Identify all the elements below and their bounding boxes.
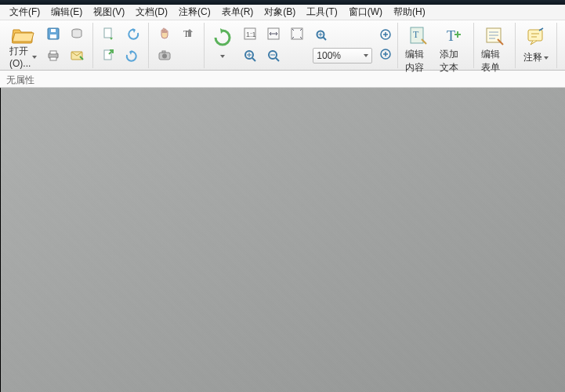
status-bar: 无属性 [0,71,565,88]
group-edit: T 编辑内容 T 添加文本 [398,23,474,68]
svg-text:T: T [413,29,419,40]
zoom-out-icon [266,49,281,65]
text-add-icon: T [440,25,465,47]
zoom-plus2-button[interactable] [377,47,394,64]
annotate-caret-icon [544,56,549,60]
export-icon [102,49,116,65]
hand-icon [158,27,172,43]
print-icon [46,49,60,65]
zoom-value: 100% [317,50,341,61]
form-edit-icon [482,25,507,47]
plus-circle-icon [379,28,392,43]
group-file: 打开(O)... [2,23,93,68]
mail-icon [70,49,84,65]
text-select-icon: T [181,27,195,43]
annotate-button[interactable]: 注释 [519,23,553,68]
group-annotate: 注释 [516,23,557,68]
svg-text:1:1: 1:1 [246,31,256,38]
edit-form-button[interactable]: 编辑表单 [477,23,512,68]
open-button[interactable]: 打开(O)... [5,23,41,68]
no-properties-label: 无属性 [6,74,34,85]
text-edit-icon: T [406,25,431,47]
annotation-icon [523,25,549,50]
measure-button[interactable]: 度量 [560,23,565,68]
save-button[interactable] [42,24,64,45]
menu-comment[interactable]: 注释(C) [174,5,215,20]
edit-content-button[interactable]: T 编辑内容 [401,23,436,68]
edit-form-label: 编辑表单 [481,48,508,74]
edit-content-label: 编辑内容 [405,48,432,74]
camera-icon [158,49,172,65]
svg-rect-13 [162,51,165,53]
open-label: 打开(O)... [9,45,31,69]
annotate-label: 注释 [523,51,542,64]
svg-text:T: T [447,28,455,44]
import-icon [102,27,116,43]
hand-tool-button[interactable] [154,24,176,45]
svg-point-12 [162,53,167,58]
menu-object[interactable]: 对象(B) [259,5,300,20]
save-icon [46,27,60,43]
undo-button[interactable] [121,24,143,45]
zoom-out-button[interactable] [263,46,284,67]
menu-window[interactable]: 窗口(W) [344,5,387,20]
svg-rect-9 [104,50,111,60]
fit-page-button[interactable] [286,24,308,45]
menu-tools[interactable]: 工具(T) [302,5,342,20]
redo-icon [125,49,139,65]
drive-icon [70,27,84,43]
group-form: 编辑表单 [474,23,516,68]
svg-rect-27 [528,30,542,41]
group-import [93,23,149,68]
group-zoom: 1:1 100% [205,23,398,68]
add-text-button[interactable]: T 添加文本 [436,23,470,68]
zoom-in-button[interactable] [239,46,261,67]
fit-width-button[interactable] [263,24,284,45]
group-measure: 度量 [557,23,565,68]
svg-rect-5 [50,51,56,54]
redo-button[interactable] [121,46,143,67]
rotate-caret-icon [220,55,225,58]
folder-icon [11,25,36,44]
toolbar: 打开(O)... T 1:1 [0,20,565,71]
export-button[interactable] [98,46,120,67]
svg-rect-1 [50,34,56,38]
fit-width-icon [266,27,281,43]
open-caret-icon [32,56,37,59]
text-select-button[interactable]: T [177,24,199,45]
print-button[interactable] [42,46,64,67]
menu-document[interactable]: 文档(D) [131,5,172,20]
undo-icon [125,27,139,43]
menu-help[interactable]: 帮助(H) [389,5,430,20]
add-text-label: 添加文本 [440,48,466,74]
svg-rect-8 [104,28,111,38]
plus-circle2-icon [379,48,392,63]
actual-size-button[interactable]: 1:1 [239,24,261,45]
zoom-caret-icon [364,54,368,57]
actual-size-icon: 1:1 [243,27,257,43]
rotate-icon [210,25,235,50]
zoom-combo[interactable]: 100% [313,48,372,64]
svg-rect-2 [51,29,56,32]
zoom-extra-button[interactable] [313,28,330,45]
svg-rect-6 [50,57,56,60]
import-button[interactable] [98,24,120,45]
group-select: T [149,23,205,68]
menu-view[interactable]: 视图(V) [89,5,129,20]
camera-button[interactable] [154,46,176,67]
menu-form[interactable]: 表单(R) [217,5,259,20]
mail-button[interactable] [66,46,88,67]
document-workspace[interactable] [0,88,565,392]
zoom-in-icon [243,49,257,65]
zoom-plus-button[interactable] [377,27,394,45]
menu-bar: 文件(F) 编辑(E) 视图(V) 文档(D) 注释(C) 表单(R) 对象(B… [0,5,565,20]
menu-file[interactable]: 文件(F) [5,5,45,20]
zoom-extra-icon [315,29,328,44]
drive-button[interactable] [66,24,88,45]
menu-edit[interactable]: 编辑(E) [46,5,87,20]
rotate-button[interactable] [208,23,237,68]
fit-page-icon [290,27,304,43]
